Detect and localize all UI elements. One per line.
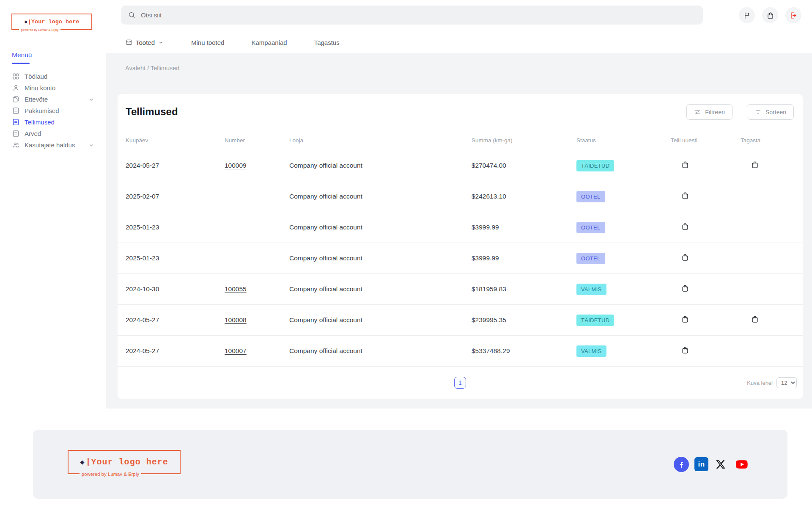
order-number-link[interactable]: 100008	[225, 316, 247, 323]
sidebar-item-arved[interactable]: Arved	[0, 128, 106, 139]
order-amount: $242613.10	[472, 193, 576, 200]
breadcrumb: Avaleht / Tellimused	[125, 65, 179, 72]
sort-button-label: Sorteeri	[765, 109, 786, 116]
reorder-cell	[671, 253, 741, 263]
return-button[interactable]	[751, 315, 759, 323]
column-header-looja: Looja	[289, 137, 472, 144]
status-badge: OOTEL	[576, 253, 605, 264]
sidebar-item-label: Arved	[25, 130, 41, 137]
facebook-link[interactable]	[674, 457, 689, 472]
order-amount: $5337488.29	[472, 347, 576, 355]
reorder-cell	[671, 191, 741, 202]
nav-item-label: Kampaaniad	[251, 39, 287, 46]
logout-button[interactable]	[785, 7, 801, 23]
column-header-telli-uuesti: Telli uuesti	[671, 137, 741, 144]
sort-lines-icon	[754, 108, 762, 116]
return-cell	[741, 160, 795, 171]
footer: ◆|Your logo here powered by Lumav & Erpl…	[33, 430, 787, 499]
nav-item-label: Tagastus	[314, 39, 340, 46]
order-status-cell: OOTEL	[576, 222, 671, 233]
reorder-cell	[671, 284, 741, 294]
order-date: 2024-10-30	[126, 285, 225, 293]
linkedin-link[interactable]: in	[694, 457, 708, 471]
reorder-button[interactable]	[681, 222, 689, 231]
sidebar-item-pakkumised[interactable]: Pakkumised	[0, 105, 106, 116]
order-row: 2024-05-27 100007 Company official accou…	[118, 336, 803, 367]
page-1-button[interactable]: 1	[454, 377, 466, 389]
main-nav: Tooted Minu tooted Kampaaniad Tagastus	[125, 34, 340, 51]
page-size-select[interactable]: 12	[776, 377, 797, 388]
reorder-cell	[671, 315, 741, 325]
status-badge: VALMIS	[576, 284, 606, 295]
nav-item-kampaaniad[interactable]: Kampaaniad	[251, 39, 287, 46]
table-body: 2024-05-27 100009 Company official accou…	[118, 150, 803, 367]
order-creator: Company official account	[289, 285, 472, 293]
order-number-link[interactable]: 100055	[225, 285, 247, 293]
sidebar-item-t-laud[interactable]: Töölaud	[0, 71, 106, 82]
order-creator: Company official account	[289, 347, 472, 355]
brand-logo[interactable]: ◆|Your logo here powered by Lumav & Erpl…	[11, 14, 92, 30]
sidebar-item-label: Töölaud	[25, 73, 47, 80]
order-row: 2024-05-27 100008 Company official accou…	[118, 305, 803, 336]
youtube-link[interactable]	[733, 458, 751, 471]
order-amount: $239995.35	[472, 316, 576, 324]
status-badge: TÄIDETUD	[576, 160, 614, 171]
sidebar-item-kasutajate-haldus[interactable]: Kasutajate haldus	[0, 139, 106, 151]
sidebar-item-tellimused[interactable]: Tellimused	[0, 116, 106, 128]
order-number-link[interactable]: 100009	[225, 162, 247, 169]
nav-item-tooted[interactable]: Tooted	[125, 39, 164, 46]
social-links: in	[674, 457, 751, 472]
order-row: 2024-10-30 100055 Company official accou…	[118, 274, 803, 305]
status-badge: OOTEL	[576, 191, 605, 202]
logout-icon	[790, 11, 798, 19]
nav-item-tagastus[interactable]: Tagastus	[314, 39, 340, 46]
status-badge: VALMIS	[576, 345, 606, 357]
footer-brand-logo[interactable]: ◆|Your logo here powered by Lumav & Erpl…	[68, 450, 181, 474]
sidebar-item-icon	[12, 118, 20, 126]
order-row: 2025-02-07 Company official account $242…	[118, 181, 803, 212]
order-number: 100009	[225, 162, 289, 169]
sidebar-item-ettev-te[interactable]: Ettevõte	[0, 94, 106, 105]
order-date: 2024-05-27	[126, 162, 225, 169]
search-bar[interactable]	[121, 6, 703, 25]
flag-button[interactable]	[739, 7, 755, 23]
sidebar-item-icon	[12, 72, 20, 80]
nav-item-label: Minu tooted	[191, 39, 224, 46]
reorder-button[interactable]	[681, 315, 689, 323]
reorder-button[interactable]	[681, 346, 689, 354]
order-creator: Company official account	[289, 316, 472, 324]
logo-tagline: powered by Lumav & Erply	[19, 28, 60, 31]
order-date: 2024-05-27	[126, 347, 225, 355]
order-row: 2025-01-23 Company official account $399…	[118, 212, 803, 243]
reorder-button[interactable]	[681, 191, 689, 200]
content-area: Avaleht / Tellimused Tellimused Filtreer…	[106, 53, 812, 409]
sidebar-item-label: Ettevõte	[25, 96, 48, 103]
cart-button[interactable]	[762, 7, 778, 23]
sidebar-title: Menüü	[12, 51, 32, 59]
facebook-icon	[677, 460, 686, 469]
column-header-staatus: Staatus	[576, 137, 671, 144]
nav-item-minu-tooted[interactable]: Minu tooted	[191, 39, 224, 46]
order-status-cell: VALMIS	[576, 345, 671, 357]
order-date: 2025-01-23	[126, 224, 225, 231]
reorder-button[interactable]	[681, 160, 689, 169]
filter-button[interactable]: Filtreeri	[686, 104, 732, 120]
column-header-summa: Summa (km-ga)	[472, 137, 576, 144]
order-amount: $270474.00	[472, 162, 576, 169]
return-button[interactable]	[751, 160, 759, 169]
filter-button-label: Filtreeri	[705, 109, 725, 116]
x-twitter-link[interactable]	[714, 458, 727, 471]
sidebar-item-label: Kasutajate haldus	[25, 141, 75, 149]
pagination-bar: 1 Kuva lehel 12	[118, 367, 803, 399]
reorder-button[interactable]	[681, 284, 689, 293]
header-actions	[739, 7, 801, 23]
sort-button[interactable]: Sorteeri	[747, 104, 794, 120]
search-input[interactable]	[141, 11, 648, 19]
order-number-link[interactable]: 100007	[225, 347, 247, 354]
sidebar: ◆|Your logo here powered by Lumav & Erpl…	[0, 0, 106, 409]
sidebar-item-minu-konto[interactable]: Minu konto	[0, 82, 106, 94]
shopping-bag-icon	[766, 11, 774, 19]
reorder-button[interactable]	[681, 253, 689, 262]
logo-text: |Your logo here	[86, 457, 168, 467]
order-number: 100007	[225, 347, 289, 355]
